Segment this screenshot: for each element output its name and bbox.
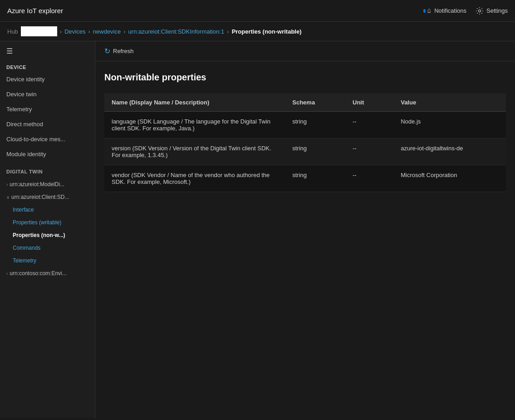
- notifications-button[interactable]: Notifications: [423, 7, 466, 15]
- page-title: Non-writable properties: [104, 72, 506, 83]
- cell-unit-1: --: [345, 138, 393, 165]
- hamburger-button[interactable]: ☰: [0, 41, 95, 61]
- cell-value-2: Microsoft Corporation: [393, 165, 506, 192]
- cell-schema-1: string: [285, 138, 345, 165]
- device-section-label: DEVICE: [0, 61, 95, 72]
- contoso-env-label: urn:contoso:com:Envi...: [10, 270, 66, 277]
- module-identity-label: Module identity: [6, 151, 46, 158]
- sep3: ›: [123, 28, 125, 35]
- content-toolbar: ↻ Refresh: [95, 41, 515, 61]
- sep2: ›: [88, 28, 90, 35]
- topbar-actions: Notifications Settings: [423, 7, 508, 15]
- settings-icon: [476, 7, 484, 15]
- sidebar-child-properties-non-writable[interactable]: Properties (non-w...): [0, 229, 95, 242]
- content-area: ↻ Refresh Non-writable properties Name (…: [95, 41, 515, 418]
- content-body: Non-writable properties Name (Display Na…: [95, 61, 515, 203]
- device-twin-label: Device twin: [6, 91, 36, 98]
- telemetry-label: Telemetry: [6, 106, 32, 113]
- chevron-down-icon: ∨: [6, 195, 10, 200]
- direct-method-label: Direct method: [6, 121, 43, 128]
- sep1: ›: [60, 28, 62, 35]
- sidebar-child-properties-writable[interactable]: Properties (writable): [0, 216, 95, 229]
- sidebar-child-telemetry[interactable]: Telemetry: [0, 254, 95, 267]
- svg-point-0: [479, 10, 481, 12]
- breadcrumb: Hub › Devices › newdevice › urn:azureiot…: [0, 22, 515, 41]
- bell-icon: [423, 7, 432, 15]
- main-layout: ☰ DEVICE Device identity Device twin Tel…: [0, 41, 515, 418]
- app-title: Azure IoT explorer: [7, 7, 423, 15]
- sidebar-item-telemetry[interactable]: Telemetry: [0, 102, 95, 117]
- sidebar-item-direct-method[interactable]: Direct method: [0, 117, 95, 132]
- cell-unit-2: --: [345, 165, 393, 192]
- model-di-label: urn:azureiot:ModelDi...: [10, 181, 64, 188]
- settings-label: Settings: [486, 7, 508, 14]
- hub-label: Hub: [7, 28, 18, 35]
- cell-name-0: language (SDK Language / The language fo…: [104, 112, 285, 138]
- digital-twin-section-label: DIGITAL TWIN: [0, 165, 95, 178]
- sidebar-tree-contoso-env[interactable]: › urn:contoso:com:Envi...: [0, 267, 95, 280]
- settings-button[interactable]: Settings: [476, 7, 508, 15]
- refresh-icon: ↻: [104, 47, 110, 55]
- cell-value-0: Node.js: [393, 112, 506, 138]
- refresh-label: Refresh: [113, 48, 134, 54]
- sidebar: ☰ DEVICE Device identity Device twin Tel…: [0, 41, 95, 418]
- cell-unit-0: --: [345, 112, 393, 138]
- sidebar-tree-model-di[interactable]: › urn:azureiot:ModelDi...: [0, 178, 95, 191]
- table-body: language (SDK Language / The language fo…: [104, 112, 506, 192]
- col-header-unit: Unit: [345, 94, 393, 112]
- sidebar-tree-client-sdk[interactable]: ∨ urn:azureiot:Client:SD...: [0, 191, 95, 203]
- sidebar-item-cloud-to-device[interactable]: Cloud-to-device mes...: [0, 132, 95, 147]
- table-row: vendor (SDK Vendor / Name of the vendor …: [104, 165, 506, 192]
- table-header-row: Name (Display Name / Description) Schema…: [104, 94, 506, 112]
- topbar: Azure IoT explorer Notifications Setting…: [0, 0, 515, 22]
- client-sdk-label: urn:azureiot:Client:SD...: [11, 194, 69, 200]
- notifications-label: Notifications: [434, 7, 466, 14]
- sidebar-item-device-identity[interactable]: Device identity: [0, 72, 95, 87]
- col-header-value: Value: [393, 94, 506, 112]
- devices-link[interactable]: Devices: [64, 28, 85, 35]
- cell-schema-0: string: [285, 112, 345, 138]
- cell-value-1: azure-iot-digitaltwins-de: [393, 138, 506, 165]
- refresh-button[interactable]: ↻ Refresh: [104, 47, 134, 55]
- interface-link[interactable]: urn:azureiot:Client:SDKInformation:1: [128, 28, 225, 35]
- col-header-schema: Schema: [285, 94, 345, 112]
- sep4: ›: [227, 28, 229, 35]
- current-page: Properties (non-writable): [232, 28, 302, 35]
- device-link[interactable]: newdevice: [93, 28, 121, 35]
- table-row: version (SDK Version / Version of the Di…: [104, 138, 506, 165]
- table-header: Name (Display Name / Description) Schema…: [104, 94, 506, 112]
- sidebar-child-commands[interactable]: Commands: [0, 242, 95, 254]
- cell-name-2: vendor (SDK Vendor / Name of the vendor …: [104, 165, 285, 192]
- properties-table: Name (Display Name / Description) Schema…: [104, 94, 506, 192]
- sidebar-item-device-twin[interactable]: Device twin: [0, 87, 95, 102]
- cell-schema-2: string: [285, 165, 345, 192]
- hub-box: [21, 26, 57, 36]
- col-header-name: Name (Display Name / Description): [104, 94, 285, 112]
- sidebar-item-module-identity[interactable]: Module identity: [0, 147, 95, 162]
- device-identity-label: Device identity: [6, 76, 45, 83]
- sidebar-child-interface[interactable]: Interface: [0, 203, 95, 216]
- cell-name-1: version (SDK Version / Version of the Di…: [104, 138, 285, 165]
- notification-dot: [423, 9, 426, 13]
- cloud-to-device-label: Cloud-to-device mes...: [6, 136, 65, 143]
- chevron-right-icon: ›: [6, 182, 8, 187]
- table-row: language (SDK Language / The language fo…: [104, 112, 506, 138]
- chevron-right-icon-2: ›: [6, 271, 8, 276]
